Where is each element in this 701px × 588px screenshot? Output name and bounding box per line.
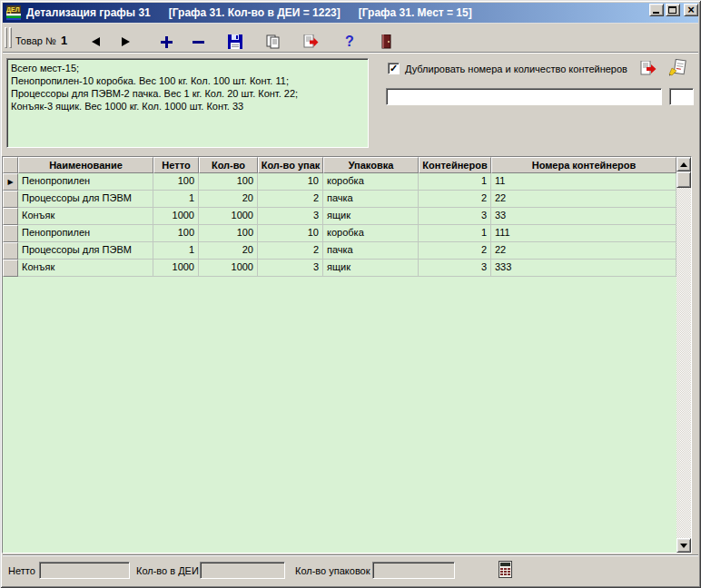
netto-input[interactable] xyxy=(39,562,130,579)
table-cell[interactable]: 11 xyxy=(491,173,676,191)
title-bar: ДЕЛ Детализация графы 31 [Графа 31. Кол-… xyxy=(3,3,698,23)
scroll-up-icon xyxy=(680,162,687,167)
minimize-button[interactable] xyxy=(649,4,664,16)
table-row[interactable]: ▶Пенопропилен10010010коробка111 xyxy=(3,173,691,191)
pack-qty-input[interactable] xyxy=(372,562,455,579)
table-cell[interactable]: 2 xyxy=(258,242,323,260)
vertical-scrollbar[interactable] xyxy=(676,157,691,553)
table-cell[interactable]: 3 xyxy=(419,260,491,277)
save-button[interactable] xyxy=(226,34,244,50)
table-cell[interactable]: 2 xyxy=(419,242,491,260)
scroll-down-button[interactable] xyxy=(676,538,691,553)
export-doc-icon xyxy=(303,34,319,49)
table-row[interactable]: Процессоры для ПЭВМ1202пачка222 xyxy=(3,242,691,260)
table-cell[interactable]: 3 xyxy=(419,208,491,225)
add-row-button[interactable] xyxy=(157,34,175,50)
table-cell[interactable]: 10 xyxy=(258,225,323,242)
table-cell[interactable]: Процессоры для ПЭВМ xyxy=(18,191,153,208)
table-cell[interactable]: 3 xyxy=(258,260,323,277)
maximize-button[interactable] xyxy=(666,4,680,16)
container-count-box[interactable] xyxy=(669,88,694,105)
prev-item-button[interactable] xyxy=(86,34,104,50)
table-cell[interactable]: 333 xyxy=(491,260,676,277)
table-cell[interactable]: 2 xyxy=(258,191,323,208)
table-cell[interactable]: 1 xyxy=(419,225,491,242)
table-cell[interactable]: 1000 xyxy=(199,260,258,277)
table-cell[interactable]: Пенопропилен xyxy=(18,225,153,242)
table-cell[interactable]: 2 xyxy=(419,191,491,208)
table-row[interactable]: Конъяк100010003ящик3333 xyxy=(3,260,691,277)
table-cell[interactable]: пачка xyxy=(323,191,419,208)
dei-qty-input[interactable] xyxy=(200,562,285,579)
close-button[interactable]: × xyxy=(684,4,698,16)
table-cell[interactable]: 1000 xyxy=(153,208,199,225)
maximize-icon xyxy=(668,6,676,14)
toolbar-gripper[interactable] xyxy=(9,27,12,48)
table-row[interactable]: Процессоры для ПЭВМ1202пачка222 xyxy=(3,191,691,208)
table-cell[interactable]: 1 xyxy=(153,191,199,208)
table-cell[interactable]: 22 xyxy=(491,242,676,260)
minus-icon xyxy=(193,41,204,44)
header-packing: Упаковка xyxy=(323,157,419,173)
table-row[interactable]: Пенопропилен10010010коробка1111 xyxy=(3,225,691,242)
table-cell[interactable]: 20 xyxy=(199,242,258,260)
scroll-up-button[interactable] xyxy=(676,157,691,172)
detail-table-body: ▶Пенопропилен10010010коробка111Процессор… xyxy=(3,173,691,277)
table-cell[interactable]: ящик xyxy=(323,208,419,225)
table-cell[interactable]: Конъяк xyxy=(18,208,153,225)
scrollbar-thumb[interactable] xyxy=(676,172,691,188)
header-container-numbers: Номера контейнеров xyxy=(491,157,676,173)
export-button[interactable] xyxy=(301,34,320,50)
duplicate-checkbox[interactable]: ✓ xyxy=(388,63,400,74)
row-indicator xyxy=(3,260,18,277)
table-cell[interactable]: 1 xyxy=(419,173,491,191)
app-icon[interactable]: ДЕЛ xyxy=(6,5,21,20)
next-item-button[interactable] xyxy=(116,34,134,50)
table-cell[interactable]: коробка xyxy=(323,173,419,191)
totals-memo[interactable]: Всего мест-15; Пенопропилен-10 коробка. … xyxy=(6,58,369,148)
table-cell[interactable]: 10 xyxy=(258,173,323,191)
table-cell[interactable]: 100 xyxy=(199,173,258,191)
table-cell[interactable]: 22 xyxy=(491,191,676,208)
table-cell[interactable]: 100 xyxy=(153,173,199,191)
container-numbers-input[interactable] xyxy=(386,88,662,105)
memo-line: Конъяк-3 ящик. Вес 1000 кг. Кол. 1000 шт… xyxy=(11,100,364,113)
detail-grid: Наименование Нетто Кол-во Кол-во упак Уп… xyxy=(2,156,692,554)
help-button[interactable]: ? xyxy=(341,34,359,50)
table-cell[interactable]: коробка xyxy=(323,225,419,242)
header-qty: Кол-во xyxy=(199,157,258,173)
edit-containers-button[interactable] xyxy=(668,59,686,79)
table-cell[interactable]: 1 xyxy=(153,242,199,260)
svg-text:ДЕЛ: ДЕЛ xyxy=(6,6,20,14)
table-cell[interactable]: 3 xyxy=(258,208,323,225)
table-cell[interactable]: 20 xyxy=(199,191,258,208)
table-cell[interactable]: 1000 xyxy=(199,208,258,225)
calculator-button[interactable] xyxy=(499,561,512,580)
table-cell[interactable]: 1000 xyxy=(153,260,199,277)
table-cell[interactable]: Процессоры для ПЭВМ xyxy=(18,242,153,260)
table-cell[interactable]: Пенопропилен xyxy=(18,173,153,191)
app-window: ДЕЛ Детализация графы 31 [Графа 31. Кол-… xyxy=(0,0,701,588)
header-pack-qty: Кол-во упак xyxy=(258,157,323,173)
table-cell[interactable]: 100 xyxy=(153,225,199,242)
plus-icon xyxy=(161,36,173,48)
export-doc-icon xyxy=(640,61,657,76)
table-cell[interactable]: 33 xyxy=(491,208,676,225)
table-cell[interactable]: Конъяк xyxy=(18,260,153,277)
table-row[interactable]: Конъяк100010003ящик333 xyxy=(3,208,691,225)
copy-button[interactable] xyxy=(264,34,282,50)
table-cell[interactable]: 100 xyxy=(199,225,258,242)
caption-buttons: × xyxy=(649,4,698,16)
memo-line: Всего мест-15; xyxy=(11,62,364,74)
table-cell[interactable]: 111 xyxy=(491,225,676,242)
window-title-info-dei: [Графа 31. Кол-во в ДЕИ = 1223] xyxy=(169,6,341,19)
close-icon: × xyxy=(685,3,697,17)
toolbar-gripper[interactable] xyxy=(5,27,7,48)
table-cell[interactable]: пачка xyxy=(323,242,419,260)
table-cell[interactable]: ящик xyxy=(323,260,419,277)
prev-arrow-icon xyxy=(92,37,100,46)
exit-button[interactable] xyxy=(377,34,395,50)
delete-row-button[interactable] xyxy=(189,34,207,50)
duplicate-checkbox-label: Дублировать номера и количество контейне… xyxy=(405,64,627,74)
apply-containers-button[interactable] xyxy=(640,61,657,78)
